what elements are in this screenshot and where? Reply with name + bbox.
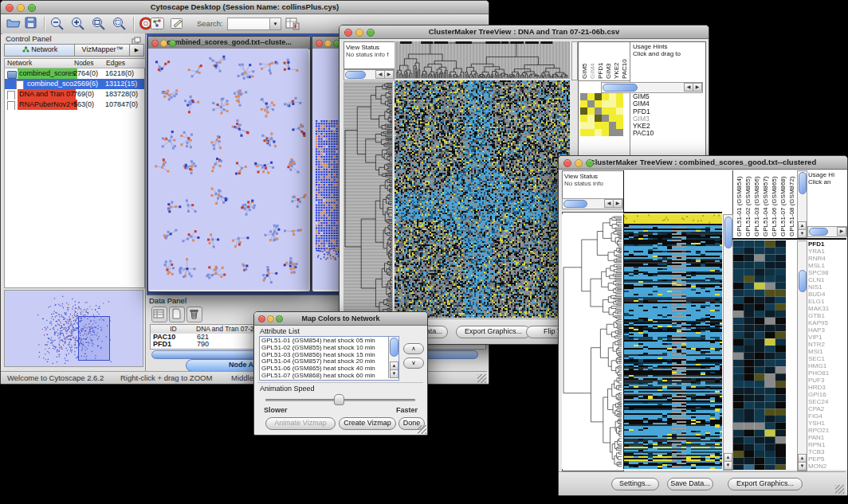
search-dropdown-icon[interactable]: ▼ <box>269 18 281 29</box>
new-attribute-icon[interactable] <box>169 307 185 322</box>
scroll-right-icon[interactable]: ▶ <box>384 70 394 79</box>
row-dendrogram[interactable] <box>562 214 622 469</box>
label-scrollbar[interactable]: ▲ ▼ <box>797 170 807 239</box>
column-label[interactable]: GIM4 <box>589 43 597 79</box>
column-dendrogram[interactable] <box>395 41 570 79</box>
gene-label[interactable]: PFD1 <box>808 240 846 248</box>
gene-label[interactable]: FIG4 <box>808 412 846 420</box>
table-cell[interactable]: 790 <box>197 341 209 348</box>
gene-label[interactable]: MSL1 <box>808 262 846 269</box>
animate-vizmap-button[interactable]: Animate Vizmap <box>265 417 336 430</box>
zoom-fit-icon[interactable] <box>91 17 107 33</box>
attribute-item[interactable]: GPL51-06 (GSM865) heat shock 40 min <box>261 365 386 373</box>
tab-network[interactable]: Network <box>4 44 76 57</box>
zoom-heatmap[interactable] <box>580 93 623 136</box>
column-header-nodes[interactable]: Nodes <box>72 59 104 68</box>
heatmap[interactable] <box>395 80 570 318</box>
maximize-button[interactable] <box>367 29 375 37</box>
tab-vizmapper[interactable]: VizMapper™ <box>74 44 131 57</box>
network-row[interactable]: combined_scores2764(0)16218(0) <box>5 68 144 79</box>
column-label[interactable]: GPL51-06 (GSM865) <box>771 171 779 236</box>
minimize-button[interactable] <box>160 40 167 47</box>
column-header-edges[interactable]: Edges <box>104 59 145 68</box>
scroll-right-icon[interactable]: ▶ <box>837 227 846 236</box>
treeview1-title-bar[interactable]: ClusterMaker TreeView : DNA and Tran 07-… <box>340 25 709 39</box>
column-label[interactable]: GPL51-03 (GSM856) <box>753 171 761 236</box>
gene-label[interactable]: YSH1 <box>808 420 846 427</box>
gene-label[interactable]: HRD3 <box>808 384 846 391</box>
gene-label[interactable]: ELG1 <box>808 298 846 305</box>
close-button[interactable] <box>563 159 571 167</box>
scroll-down-icon[interactable]: ▼ <box>724 461 732 470</box>
gene-label[interactable]: CLN1 <box>808 276 846 283</box>
gene-label[interactable]: TCB3 <box>808 448 846 455</box>
gene-label[interactable]: PAC10 <box>633 130 681 137</box>
dialog-title-bar[interactable]: Map Colors to Network <box>254 312 427 326</box>
gene-label[interactable]: RPO21 <box>808 427 846 434</box>
gene-label[interactable]: MSI1 <box>808 348 846 355</box>
attribute-table-icon[interactable] <box>285 17 300 33</box>
export-graphics-button[interactable]: Export Graphics... <box>728 478 803 490</box>
minimize-button[interactable] <box>575 159 583 167</box>
gene-label[interactable]: SPC98 <box>808 269 846 276</box>
gene-label[interactable]: MON2 <box>808 463 846 470</box>
gene-label[interactable]: NTR2 <box>808 341 846 348</box>
settings-button[interactable]: Settings... <box>611 478 659 490</box>
column-label[interactable]: GPL51-08 (GSM872) <box>788 171 796 236</box>
status-scrollbar[interactable]: ◀ ▶ <box>562 198 623 209</box>
close-button[interactable] <box>6 4 14 12</box>
network-overview-icon[interactable] <box>151 18 164 33</box>
zoom-selected-icon[interactable] <box>112 17 128 33</box>
gene-label[interactable]: GIM4 <box>633 100 681 107</box>
column-label[interactable]: PAC10 <box>621 43 629 79</box>
zoom-heatmap[interactable] <box>733 240 786 470</box>
status-scrollbar[interactable]: ◀ ▶ <box>344 69 395 80</box>
gene-label[interactable]: SEC1 <box>808 355 846 362</box>
gene-label[interactable]: MAK31 <box>808 305 846 312</box>
resize-grip[interactable] <box>835 485 844 494</box>
save-icon[interactable] <box>25 17 37 33</box>
treeview2-title-bar[interactable]: ClusterMaker TreeView : combined_scores_… <box>559 156 847 170</box>
heatmap[interactable] <box>623 214 722 469</box>
gene-label[interactable]: PEP5 <box>808 455 846 463</box>
gene-label[interactable]: VIP1 <box>808 334 846 341</box>
column-label[interactable]: GPL51-07 (GSM868) <box>779 171 787 236</box>
open-file-icon[interactable] <box>6 17 21 33</box>
maximize-button[interactable] <box>276 315 283 322</box>
resize-grip[interactable] <box>418 425 426 434</box>
maximize-button[interactable] <box>586 159 594 167</box>
gene-label[interactable]: NIS1 <box>808 283 846 291</box>
list-scrollbar[interactable]: ▲ ▼ <box>388 337 398 378</box>
create-vizmap-button[interactable]: Create Vizmap <box>339 417 396 430</box>
gene-label[interactable]: HAP3 <box>808 326 846 334</box>
network-canvas[interactable] <box>148 49 308 290</box>
move-up-button[interactable]: ∧ <box>403 343 424 354</box>
gene-label[interactable]: CPA2 <box>808 405 846 412</box>
save-data-button[interactable]: Save Data... <box>667 478 713 490</box>
attribute-item[interactable]: GPL51-04 (GSM857) heat shock 20 min <box>261 358 386 365</box>
gene-label[interactable]: GPI16 <box>808 391 846 398</box>
network-row[interactable]: RNAPuberNov2+l563(0)107847(0) <box>5 100 144 110</box>
scroll-right-icon[interactable]: ▶ <box>693 83 702 92</box>
column-label[interactable]: GPL51-01 (GSM854) <box>736 171 744 236</box>
resize-grip[interactable] <box>477 374 486 383</box>
gene-label[interactable]: PUF3 <box>808 377 846 384</box>
gene-label[interactable]: HMG1 <box>808 362 846 369</box>
gene-label[interactable]: GTB1 <box>808 312 846 319</box>
more-tabs-button[interactable]: ▶ <box>129 44 144 57</box>
minimize-button[interactable] <box>355 29 363 37</box>
gene-label[interactable]: SEC24 <box>808 398 846 405</box>
table-cell[interactable]: PFD1 <box>153 341 171 348</box>
search-input[interactable] <box>229 19 272 29</box>
zoom-in-icon[interactable] <box>70 17 86 33</box>
attribute-item[interactable]: GPL51-01 (GSM854) heat shock 05 min <box>261 338 386 345</box>
attribute-item[interactable]: GPL51-03 (GSM856) heat shock 15 min <box>261 352 386 359</box>
scroll-down-icon[interactable]: ▼ <box>798 229 807 238</box>
column-label[interactable]: GIM5 <box>581 43 589 79</box>
minimize-button[interactable] <box>17 4 25 12</box>
attribute-select-icon[interactable] <box>151 307 167 322</box>
gene-label[interactable]: YKE2 <box>633 123 681 130</box>
attribute-listbox[interactable]: GPL51-01 (GSM854) heat shock 05 minGPL51… <box>259 336 399 381</box>
zoom-out-icon[interactable] <box>49 17 65 33</box>
close-button[interactable] <box>151 40 159 47</box>
